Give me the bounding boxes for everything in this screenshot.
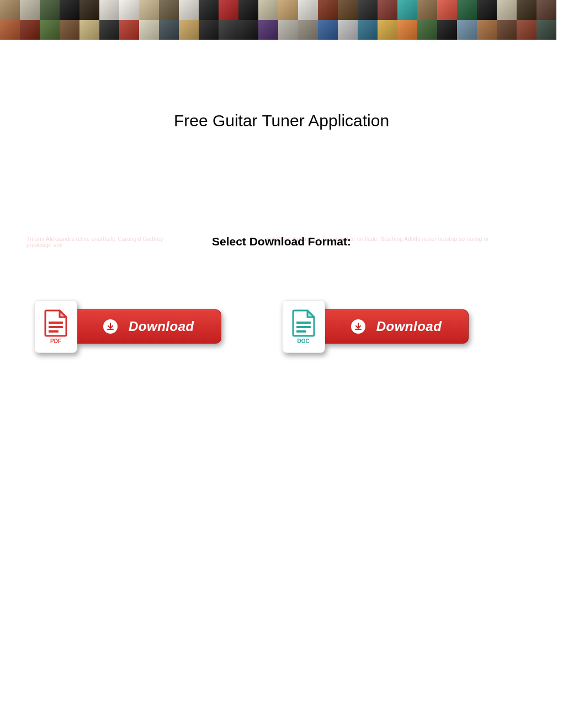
banner-tile xyxy=(40,20,60,40)
banner-tile xyxy=(60,0,79,20)
download-doc-button[interactable]: DOC Download xyxy=(282,300,469,353)
svg-rect-2 xyxy=(49,330,59,333)
banner-tile xyxy=(0,0,20,20)
banner-tile xyxy=(219,0,238,20)
banner-tile xyxy=(397,0,417,20)
pdf-file-icon: PDF xyxy=(34,300,77,353)
format-row: Triform Aleksandrs relive unartfully. Ca… xyxy=(0,235,563,250)
banner-tile xyxy=(79,0,99,20)
banner-tile xyxy=(219,20,238,40)
banner-tile xyxy=(477,0,497,20)
pdf-label: PDF xyxy=(50,338,61,344)
banner-tile xyxy=(159,20,179,40)
download-arrow-icon xyxy=(351,319,365,334)
download-options: PDF Download DOC Download xyxy=(0,300,563,353)
banner-tile xyxy=(437,0,457,20)
banner-tile xyxy=(20,0,40,20)
banner-tile xyxy=(497,0,517,20)
banner-tile xyxy=(437,20,457,40)
doc-label: DOC xyxy=(298,338,310,344)
banner-tile xyxy=(517,0,537,20)
banner-tile xyxy=(378,20,397,40)
select-format-label: Select Download Format: xyxy=(0,235,563,248)
svg-rect-5 xyxy=(296,330,306,333)
doc-file-icon: DOC xyxy=(282,300,325,353)
banner-tile xyxy=(338,0,358,20)
banner-tile xyxy=(497,20,517,40)
banner-tile xyxy=(139,0,159,20)
banner-tile xyxy=(537,20,556,40)
banner-tile xyxy=(238,20,258,40)
banner-tile xyxy=(119,20,139,40)
svg-rect-3 xyxy=(296,322,311,324)
banner-tile xyxy=(298,20,318,40)
banner-tile xyxy=(99,20,119,40)
banner-tile xyxy=(99,0,119,20)
banner-tile xyxy=(258,20,278,40)
download-pdf-pill: Download xyxy=(72,309,221,344)
banner-tile xyxy=(358,20,378,40)
banner-tile xyxy=(179,0,199,20)
svg-rect-1 xyxy=(49,326,63,328)
banner-tile xyxy=(179,20,199,40)
banner-tile xyxy=(79,20,99,40)
banner-tile xyxy=(139,20,159,40)
svg-rect-0 xyxy=(49,322,63,324)
banner-tile xyxy=(537,0,556,20)
banner-tile xyxy=(417,20,437,40)
banner-tile xyxy=(159,0,179,20)
banner-tile xyxy=(457,0,477,20)
banner-collage xyxy=(0,0,563,40)
banner-tile xyxy=(60,20,79,40)
page-title: Free Guitar Tuner Application xyxy=(0,111,563,130)
banner-tile xyxy=(119,0,139,20)
banner-tile xyxy=(258,0,278,20)
banner-tile xyxy=(378,0,397,20)
svg-rect-4 xyxy=(296,326,311,328)
download-pdf-text: Download xyxy=(129,319,194,334)
banner-tile xyxy=(318,0,338,20)
banner-tile xyxy=(417,0,437,20)
banner-tile xyxy=(517,20,537,40)
banner-tile xyxy=(0,20,20,40)
banner-tile xyxy=(199,20,219,40)
banner-tile xyxy=(358,0,378,20)
download-arrow-icon xyxy=(103,319,118,334)
banner-tile xyxy=(199,0,219,20)
download-doc-pill: Download xyxy=(320,309,469,344)
banner-tile xyxy=(238,0,258,20)
banner-tile xyxy=(397,20,417,40)
banner-tile xyxy=(338,20,358,40)
banner-tile xyxy=(278,0,298,20)
banner-tile xyxy=(20,20,40,40)
banner-tile xyxy=(278,20,298,40)
download-doc-text: Download xyxy=(376,319,442,334)
banner-tile xyxy=(477,20,497,40)
download-pdf-button[interactable]: PDF Download xyxy=(34,300,221,353)
banner-tile xyxy=(457,20,477,40)
banner-tile xyxy=(298,0,318,20)
banner-tile xyxy=(318,20,338,40)
banner-tile xyxy=(40,0,60,20)
